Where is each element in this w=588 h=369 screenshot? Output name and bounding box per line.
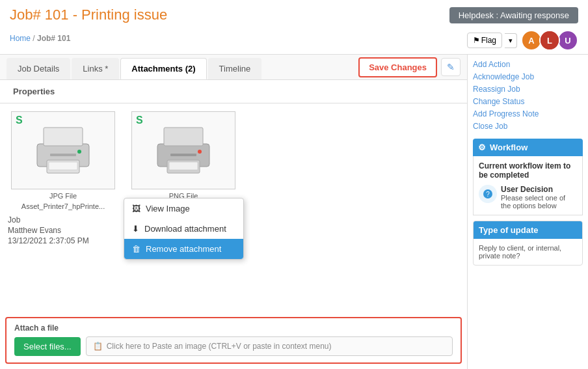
attach-controls: Select files... 📋 Click here to Paste an… [14,336,453,356]
workflow-icon: ⚙ [478,143,486,152]
page-title: Job# 101 - Printing issue [10,7,167,23]
remove-icon: 🗑 [132,244,140,254]
attach-file-label: Attach a file [14,323,453,333]
workflow-item-desc: Please select one of the options below [501,194,565,210]
avatar-l: L [539,30,560,51]
header-actions: ⚑ Flag ▾ A L U [467,30,578,51]
workflow-title: Workflow [490,143,528,152]
view-image-label: View Image [146,204,190,213]
printer-image-1 [31,121,96,180]
action-add-action[interactable]: Add Action [473,60,583,69]
avatar-u: U [557,30,578,51]
attachment-item-2: S PNG File Broken_Printer.png.. [128,111,239,210]
flag-icon: ⚑ [473,36,480,45]
status-badge: Helpdesk : Awaiting response [449,7,578,23]
view-image-icon: 🖼 [132,204,140,213]
breadcrumb: Home / Job# 101 [10,34,70,43]
action-links: Add Action Acknowledge Job Reassign Job … [473,60,583,131]
sub-tabs: Properties [0,80,467,103]
workflow-item: ? User Decision Please select one of the… [479,185,577,210]
printer-image-2 [151,121,216,180]
attach-file-section: Attach a file Select files... 📋 Click he… [5,317,462,364]
main-container: Job# 101 - Printing issue Helpdesk : Awa… [0,0,588,369]
svg-rect-7 [164,128,203,146]
workflow-current: Current workflow item to be completed [479,161,577,180]
attachment-filename-1: Asset_Printer7_hpPrinte... [21,202,105,210]
remove-label: Remove attachment [146,244,221,254]
flag-label: Flag [481,36,496,45]
right-sidebar: Add Action Acknowledge Job Reassign Job … [468,55,588,369]
job-title-text: - Printing issue [69,7,168,23]
breadcrumb-home[interactable]: Home [10,34,31,43]
avatar-group: A L U [521,30,578,51]
flag-dropdown[interactable]: ▾ [505,33,517,48]
context-menu-view-image[interactable]: 🖼 View Image [124,198,243,219]
svg-text:?: ? [486,191,490,198]
svg-rect-3 [50,154,76,156]
header-top: Job# 101 - Printing issue Helpdesk : Awa… [10,7,578,23]
user-decision-icon: ? [479,185,497,203]
action-reassign-job[interactable]: Reassign Job [473,85,583,94]
svg-rect-9 [170,154,196,156]
decision-svg: ? [483,189,493,199]
svg-point-10 [198,150,202,154]
job-number: Job# 101 [10,7,69,23]
flag-button[interactable]: ⚑ Flag [467,33,502,48]
breadcrumb-current: Job# 101 [37,34,70,43]
main-panel: Job Details Links * Attachments (2) Time… [0,55,468,369]
attachment-grid: S JPG File Asset [8,111,459,210]
attachment-type-1: JPG File [49,192,77,200]
tab-attachments[interactable]: Attachments (2) [120,58,206,79]
paste-icon: 📋 [93,342,103,351]
sub-tab-properties[interactable]: Properties [8,84,60,99]
workflow-item-title: User Decision [501,185,553,194]
context-menu-download[interactable]: ⬇ Download attachment [124,219,243,239]
paste-placeholder: Click here to Paste an image (CTRL+V or … [107,342,332,351]
s-badge-1: S [16,115,23,126]
download-icon: ⬇ [132,224,139,234]
svg-rect-1 [44,128,83,146]
action-close-job[interactable]: Close Job [473,122,583,131]
attachment-thumb-2[interactable]: S [131,111,235,189]
type-update-section: Type of update Reply to client, or inter… [473,221,583,266]
tabs-bar: Job Details Links * Attachments (2) Time… [0,55,467,80]
action-add-progress-note[interactable]: Add Progress Note [473,109,583,118]
attachment-thumb-1[interactable]: S [11,111,115,189]
download-label: Download attachment [144,224,226,234]
svg-point-4 [77,150,81,154]
type-update-header: Type of update [474,221,582,239]
paste-area[interactable]: 📋 Click here to Paste an image (CTRL+V o… [86,336,453,356]
workflow-text: User Decision Please select one of the o… [501,185,577,210]
action-acknowledge-job[interactable]: Acknowledge Job [473,72,583,81]
svg-rect-11 [169,162,198,170]
edit-icon-button[interactable]: ✎ [441,58,461,76]
type-update-body: Reply to client, or internal, private no… [474,239,582,265]
tab-timeline[interactable]: Timeline [208,58,262,79]
content-area: Job Details Links * Attachments (2) Time… [0,55,588,369]
tab-job-details[interactable]: Job Details [7,58,70,79]
header: Job# 101 - Printing issue Helpdesk : Awa… [0,0,588,55]
s-badge-2: S [136,115,143,126]
attachment-item-1: S JPG File Asset [8,111,118,210]
attachments-area: S JPG File Asset [0,103,467,317]
context-menu: 🖼 View Image ⬇ Download attachment 🗑 Rem… [124,198,244,260]
svg-rect-5 [49,162,77,170]
tab-links[interactable]: Links * [72,58,119,79]
workflow-body: Current workflow item to be completed ? … [473,156,583,215]
action-change-status[interactable]: Change Status [473,97,583,106]
context-menu-remove[interactable]: 🗑 Remove attachment [124,239,243,259]
workflow-section: ⚙ Workflow [473,139,583,156]
save-changes-button[interactable]: Save Changes [358,57,437,77]
select-files-button[interactable]: Select files... [14,337,81,356]
